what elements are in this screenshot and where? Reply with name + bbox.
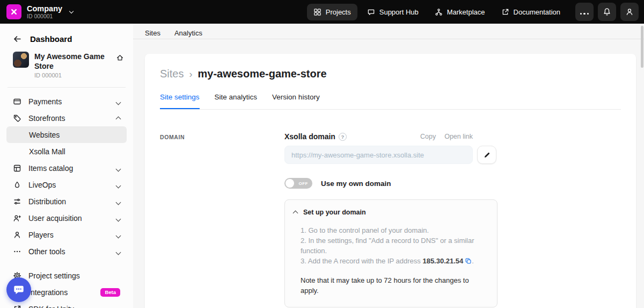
xsolla-domain-input[interactable] [284,146,473,164]
topbar-icon-buttons [575,3,639,21]
sidebar-item-other-tools[interactable]: Other tools [6,243,127,260]
edit-domain-button[interactable] [477,146,496,164]
sidebar-divider [8,87,126,88]
more-icon [579,7,590,17]
sidebar-item-websites[interactable]: Websites [6,126,127,143]
main-content: Sites Analytics Sites › my-awesome-game-… [133,24,644,308]
open-link-button[interactable]: Open link [444,133,473,140]
setup-note: Note that it may take up to 72 hours for… [301,276,481,296]
setup-step-3-text: 3. Add the A record with the IP address [301,257,421,265]
setup-step-1: 1. Go to the control panel of your domai… [301,226,481,236]
tab-analytics[interactable]: Analytics [174,29,202,39]
breadcrumb-separator: › [189,69,192,80]
chevron-down-icon [116,247,120,256]
own-domain-toggle[interactable]: OFF [284,178,312,189]
sidebar-item-xsolla-mall[interactable]: Xsolla Mall [6,143,127,160]
tab-version-history[interactable]: Version history [272,93,320,109]
setup-domain-panel: Set up your domain 1. Go to the control … [284,199,497,307]
chat-support-button[interactable] [6,277,31,302]
sidebar-item-label: Storefronts [28,114,65,123]
setup-panel-header[interactable]: Set up your domain [292,207,488,217]
setup-step-3: 3. Add the A record with the IP address … [301,256,481,268]
chevron-down-icon [116,231,120,239]
xsolla-logo-icon [6,4,21,19]
copy-button[interactable]: Copy [420,133,436,140]
company-switcher[interactable]: Company ID 000001 [6,4,73,19]
sidebar-item-label: Websites [29,131,60,139]
domain-section: DOMAIN Xsolla domain ? Copy Open link [160,132,621,307]
sidebar-item-distribution[interactable]: Distribution [6,193,127,210]
chevron-down-icon [116,164,120,173]
tab-site-analytics[interactable]: Site analytics [215,93,258,109]
chevron-up-icon [294,207,297,217]
sidebar: Dashboard My Awesome Game Store ID 00000… [0,24,133,308]
chevron-down-icon [116,181,120,189]
sidebar-item-liveops[interactable]: LiveOps [6,176,127,193]
sidebar-item-label: Integrations [28,288,68,297]
own-domain-label: Use my own domain [321,180,391,188]
sidebar-item-players[interactable]: Players [6,226,127,243]
nav-support-hub-label: Support Hub [379,8,419,16]
tab-sites[interactable]: Sites [145,29,160,39]
chevron-up-icon [116,114,120,123]
nav-marketplace[interactable]: Marketplace [428,4,492,20]
nav-documentation[interactable]: Documentation [495,4,567,20]
topbar: Company ID 000001 Projects Support Hub M… [0,0,644,24]
sidebar-item-label: User acquisition [28,214,82,223]
help-icon[interactable]: ? [339,133,347,141]
app-window: Company ID 000001 Projects Support Hub M… [0,0,644,308]
sidebar-item-sdk-for-unity[interactable]: SDK for Unity [6,300,127,308]
distribution-icon [13,197,21,206]
notifications-button[interactable] [598,3,616,21]
back-arrow-icon [13,34,22,44]
back-to-dashboard[interactable]: Dashboard [6,29,127,48]
breadcrumb-sites-link[interactable]: Sites [160,68,184,80]
user-acquisition-icon [13,214,21,223]
setup-step-3-period: . [472,257,474,265]
project-id: ID 000001 [34,72,111,78]
project-card[interactable]: My Awesome Game Store ID 000001 [6,48,127,82]
payments-icon [13,97,21,106]
sidebar-item-label: Items catalog [28,164,73,173]
project-home-button[interactable] [116,54,124,78]
other-tools-icon [13,247,21,256]
project-avatar [13,52,29,68]
chevron-down-icon [116,97,120,106]
sidebar-item-label: Distribution [28,197,66,206]
nav-marketplace-label: Marketplace [447,8,485,16]
sidebar-item-storefronts[interactable]: Storefronts [6,110,127,126]
section-tabs: Sites Analytics [133,24,644,39]
more-button[interactable] [575,3,594,21]
ip-address: 185.30.21.54 [422,257,463,265]
sidebar-item-label: SDK for Unity [28,305,74,308]
sidebar-item-items-catalog[interactable]: Items catalog [6,160,127,176]
sidebar-item-label: Players [28,231,54,239]
copy-ip-button[interactable] [465,257,472,268]
copy-icon [465,257,472,264]
sidebar-item-label: LiveOps [28,181,56,189]
sidebar-item-label: Xsolla Mall [29,147,65,156]
account-button[interactable] [620,3,639,21]
toggle-state: OFF [299,181,309,186]
chevron-down-icon [116,214,120,223]
nav-documentation-label: Documentation [514,8,560,16]
nav-projects[interactable]: Projects [307,4,357,20]
external-link-icon [501,8,509,16]
sidebar-item-payments[interactable]: Payments [6,93,127,110]
site-tabs: Site settings Site analytics Version his… [160,93,621,110]
project-name: My Awesome Game Store [34,52,111,71]
scrollbar-thumb[interactable] [641,26,643,68]
nav-support-hub[interactable]: Support Hub [361,4,425,20]
nodes-icon [435,8,443,16]
page-title: my-awesome-game-store [197,68,326,80]
domain-section-label: DOMAIN [160,132,284,307]
storefronts-icon [13,114,21,123]
sidebar-item-label: Payments [28,97,62,106]
sidebar-item-user-acquisition[interactable]: User acquisition [6,210,127,226]
tab-site-settings[interactable]: Site settings [160,93,200,109]
site-settings-card: Sites › my-awesome-game-store Site setti… [145,54,636,308]
bell-icon [603,8,611,16]
chevron-down-icon [69,9,74,13]
chevron-down-icon [116,197,120,206]
grid-icon [313,8,321,16]
